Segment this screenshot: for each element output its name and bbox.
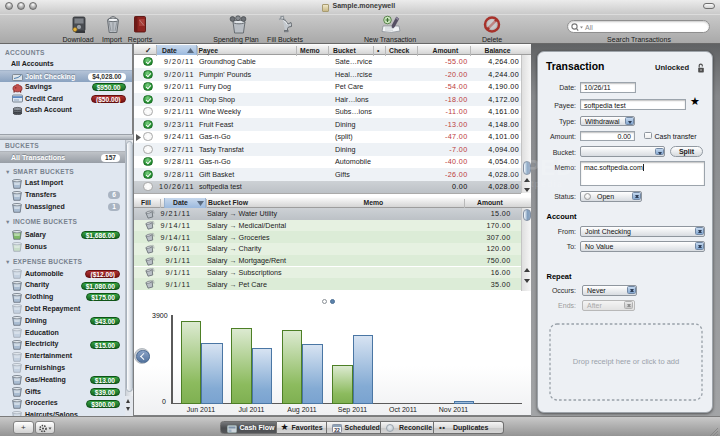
svg-text:22: 22 bbox=[334, 427, 340, 433]
